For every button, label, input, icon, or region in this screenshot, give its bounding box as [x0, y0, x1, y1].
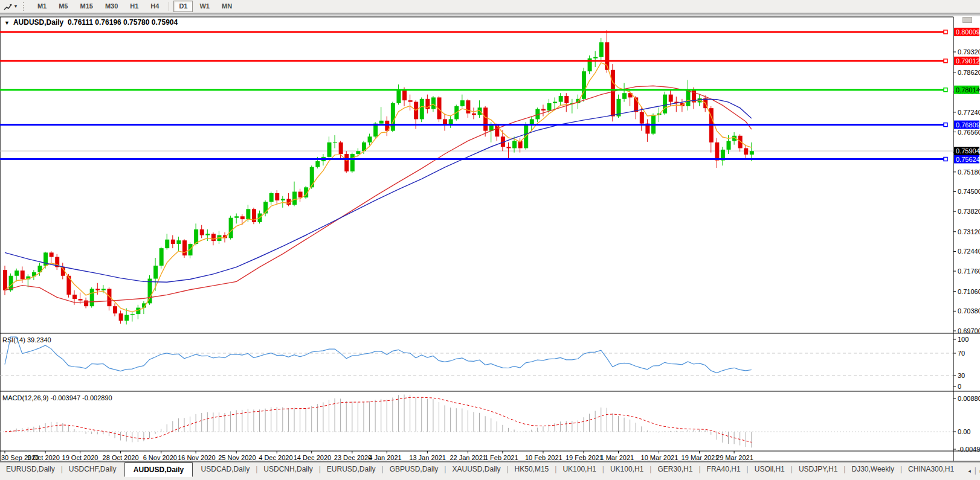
tab-usdcnh-daily[interactable]: USDCNH,Daily [257, 463, 318, 476]
tab-usdcad-daily[interactable]: USDCAD,Daily [195, 463, 256, 476]
svg-text:0.73120: 0.73120 [958, 228, 980, 235]
svg-text:0.73820: 0.73820 [958, 208, 980, 215]
chart-dropdown-icon[interactable]: ▼ [4, 20, 10, 26]
chart-frame [0, 17, 980, 461]
svg-text:0.78014: 0.78014 [956, 86, 980, 94]
svg-text:9 Oct 2020: 9 Oct 2020 [27, 454, 60, 461]
price-line-label: 0.76809 [954, 121, 980, 129]
tab-eurusd-daily[interactable]: EURUSD,Daily [321, 463, 382, 476]
tab-eurusd-daily[interactable]: EURUSD,Daily [0, 463, 61, 476]
tab-gbpusd-daily[interactable]: GBPUSD,Daily [384, 463, 445, 476]
svg-text:0.76809: 0.76809 [956, 121, 980, 129]
svg-text:4 Jan 2021: 4 Jan 2021 [369, 454, 401, 461]
svg-text:16 Nov 2020: 16 Nov 2020 [178, 454, 215, 461]
svg-text:6 Nov 2020: 6 Nov 2020 [143, 454, 177, 461]
svg-text:22 Jan 2021: 22 Jan 2021 [450, 454, 486, 461]
svg-text:0.71060: 0.71060 [958, 288, 980, 295]
svg-text:0.76560: 0.76560 [958, 129, 980, 136]
svg-text:25 Nov 2020: 25 Nov 2020 [218, 454, 256, 461]
svg-text:10 Mar 2021: 10 Mar 2021 [641, 454, 679, 461]
tab-usoil-h1[interactable]: USOil,H1 [749, 463, 791, 476]
svg-text:19 Feb 2021: 19 Feb 2021 [566, 454, 603, 461]
svg-text:0.72440: 0.72440 [958, 248, 980, 255]
svg-text:0.71760: 0.71760 [958, 267, 980, 275]
tab-hk50-m15[interactable]: HK50,M15 [509, 463, 555, 476]
svg-text:4 Dec 2020: 4 Dec 2020 [259, 454, 292, 461]
svg-text:10 Feb 2021: 10 Feb 2021 [525, 454, 563, 461]
svg-text:1 Feb 2021: 1 Feb 2021 [485, 454, 518, 461]
svg-text:0.75624: 0.75624 [956, 156, 980, 163]
tab-dj30-weekly[interactable]: DJ30,Weekly [845, 463, 900, 476]
tab-usdjpy-h1[interactable]: USDJPY,H1 [793, 463, 843, 476]
price-line-label: 0.79012 [954, 57, 980, 65]
svg-text:1 Mar 2021: 1 Mar 2021 [600, 454, 634, 461]
svg-text:0.80009: 0.80009 [956, 28, 980, 36]
svg-text:13 Jan 2021: 13 Jan 2021 [409, 454, 446, 461]
svg-text:0: 0 [958, 383, 961, 390]
svg-text:28 Oct 2020: 28 Oct 2020 [103, 454, 139, 461]
tab-usdchf-daily[interactable]: USDCHF,Daily [63, 463, 123, 476]
chart-canvas[interactable]: 0.793200.786200.779400.772400.765600.758… [0, 0, 980, 480]
axis-scroll-grip[interactable] [962, 17, 972, 23]
svg-text:29 Mar 2021: 29 Mar 2021 [716, 454, 753, 461]
svg-text:19 Oct 2020: 19 Oct 2020 [62, 454, 98, 461]
svg-text:23 Dec 2020: 23 Dec 2020 [334, 454, 372, 461]
svg-text:0.008807: 0.008807 [958, 395, 980, 402]
ohlc-low: 0.75780 [123, 18, 149, 27]
tab-china300-h1[interactable]: CHINA300,H1 [902, 463, 960, 476]
tab-fra40-h1[interactable]: FRA40,H1 [701, 463, 747, 476]
tab-ger30-h1[interactable]: GER30,H1 [651, 463, 698, 476]
price-line-label: 0.75624 [954, 155, 980, 164]
svg-text:0.70380: 0.70380 [958, 307, 980, 315]
svg-text:0.75904: 0.75904 [956, 147, 980, 155]
price-line-label: 0.78014 [954, 86, 980, 94]
chart-title: ▼AUDUSD,Daily 0.76111 0.76196 0.75780 0.… [4, 18, 178, 27]
svg-text:0.75180: 0.75180 [958, 168, 980, 176]
tab-audusd-daily[interactable]: AUDUSD,Daily [124, 462, 193, 477]
current-price-label: 0.75904 [954, 147, 980, 155]
svg-text:70: 70 [958, 350, 965, 357]
svg-text:0.78620: 0.78620 [958, 69, 980, 76]
ohlc-close: 0.75904 [152, 18, 178, 27]
svg-text:0.77240: 0.77240 [958, 109, 980, 116]
svg-text:-0.004961: -0.004961 [958, 446, 980, 453]
tab-xauusd-daily[interactable]: XAUUSD,Daily [446, 463, 506, 476]
tab-scroll-left-icon[interactable]: ◂ [968, 468, 971, 474]
price-line-label: 0.80009 [954, 28, 980, 36]
svg-text:30: 30 [958, 372, 965, 379]
svg-text:0.79012: 0.79012 [956, 57, 980, 65]
chart-symbol-label: AUDUSD,Daily [13, 18, 63, 27]
svg-text:MACD(12,26,9) -0.003947 -0.002: MACD(12,26,9) -0.003947 -0.002890 [2, 394, 112, 402]
svg-text:100: 100 [958, 336, 969, 343]
tab-uk100-h1[interactable]: UK100,H1 [556, 463, 602, 476]
symbol-tabbar: EURUSD,Daily|USDCHF,Daily AUDUSD,Daily U… [0, 462, 980, 480]
svg-text:0.74500: 0.74500 [958, 188, 980, 195]
tab-uk100-h1[interactable]: UK100,H1 [604, 463, 650, 476]
ohlc-open: 0.76111 [68, 18, 93, 27]
svg-text:14 Dec 2020: 14 Dec 2020 [294, 454, 331, 461]
svg-text:19 Mar 2021: 19 Mar 2021 [682, 454, 719, 461]
svg-text:0.00: 0.00 [958, 428, 970, 435]
ohlc-high: 0.76196 [95, 18, 121, 27]
svg-text:0.79320: 0.79320 [958, 48, 980, 56]
